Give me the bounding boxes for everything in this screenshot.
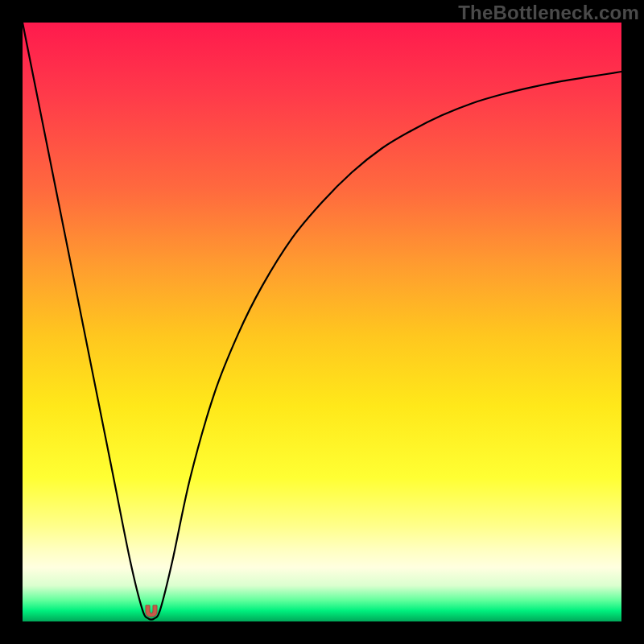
watermark-text: TheBottleneck.com [458,2,639,24]
optimal-marker [143,604,159,618]
bottleneck-curve [23,23,621,621]
chart-frame: TheBottleneck.com [0,0,644,644]
plot-area [23,23,621,621]
